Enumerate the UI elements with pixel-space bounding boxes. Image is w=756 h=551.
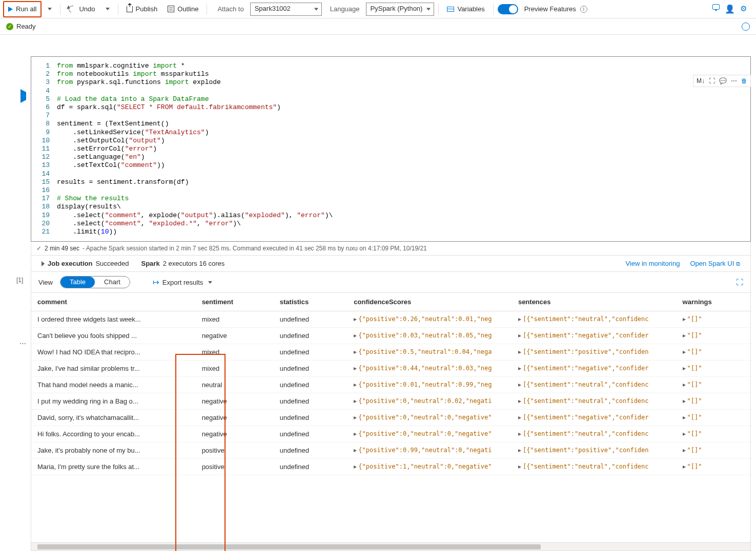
cell-confidence[interactable]: {"positive":0.26,"neutral":0.01,"neg [348,311,512,328]
view-in-monitoring-link[interactable]: View in monitoring [625,260,680,267]
settings-icon[interactable]: ⚙ [740,4,747,14]
table-row[interactable]: Hi folks. According to your encab...nega… [31,426,750,442]
cell-warnings[interactable]: "[]" [677,393,750,410]
open-spark-ui-link[interactable]: Open Spark UI ⧉ [690,260,740,267]
table-row[interactable]: Maria, I'm pretty sure the folks at...po… [31,459,750,475]
cell-warnings[interactable]: "[]" [677,426,750,442]
cell-warnings[interactable]: "[]" [677,361,750,377]
col-sentences[interactable]: sentences [512,293,677,311]
cell-sentences[interactable]: [{"sentiment":"neutral","confidenc [512,393,677,410]
cell-actions-bar: M↓ ⛶ 💬 ⋯ 🗑 [693,75,751,87]
cell-comment: Hi folks. According to your encab... [31,426,196,442]
chevron-right-icon[interactable] [42,261,45,266]
view-table-tab[interactable]: Table [60,277,95,288]
run-all-button[interactable]: Run all [4,2,40,16]
separator [438,4,439,15]
view-chart-tab[interactable]: Chart [95,277,130,288]
cell-confidence[interactable]: {"positive":0.03,"neutral":0.05,"neg [348,328,512,344]
status-bar: ✓ Ready [0,18,756,35]
cell-warnings[interactable]: "[]" [677,442,750,459]
cell-confidence[interactable]: {"positive":0,"neutral":0,"negative" [348,410,512,426]
cell-expand-icon[interactable]: ⛶ [709,77,715,84]
cell-warnings[interactable]: "[]" [677,311,750,328]
cell-confidence[interactable]: {"positive":0.01,"neutral":0.99,"neg [348,377,512,393]
cell-warnings[interactable]: "[]" [677,459,750,475]
horizontal-scrollbar[interactable] [31,543,751,551]
info-icon[interactable]: i [580,6,587,13]
table-row[interactable]: That hand model needs a manic...neutralu… [31,377,750,393]
execution-status-bar: ✓ 2 min 49 sec - Apache Spark session st… [31,242,751,256]
external-link-icon: ⧉ [736,261,740,267]
table-row[interactable]: Jake, it's probably none of my bu...posi… [31,442,750,459]
code-content[interactable]: from mmlspark.cognitive import * from no… [57,62,750,236]
job-links: View in monitoring Open Spark UI ⧉ [625,260,740,267]
cell-statistics: undefined [274,328,348,344]
col-confidence[interactable]: confidenceScores [348,293,512,311]
cell-confidence[interactable]: {"positive":0.44,"neutral":0.03,"neg [348,361,512,377]
cell-sentences[interactable]: [{"sentiment":"neutral","confidenc [512,311,677,328]
cell-sentiment: negative [196,426,274,442]
cell-confidence[interactable]: {"positive":1,"neutral":0,"negative" [348,459,512,475]
export-results-button[interactable]: ↦ Export results [153,278,212,287]
exec-detail: - Apache Spark session started in 2 min … [83,245,427,252]
cell-confidence[interactable]: {"positive":0.5,"neutral":0.04,"nega [348,344,512,361]
cell-warnings[interactable]: "[]" [677,377,750,393]
run-cell-button[interactable] [21,92,26,100]
cell-sentences[interactable]: [{"sentiment":"negative","confider [512,361,677,377]
cell-sentences[interactable]: [{"sentiment":"negative","confider [512,410,677,426]
variables-button[interactable]: Variables [443,2,488,16]
comment-icon[interactable] [712,4,720,10]
col-sentiment[interactable]: sentiment [196,293,274,311]
markdown-convert-icon[interactable]: M↓ [697,77,705,84]
cell-statistics: undefined [274,442,348,459]
cell-sentiment: mixed [196,344,274,361]
cell-confidence[interactable]: {"positive":0.99,"neutral":0,"negati [348,442,512,459]
spark-label: Spark [141,260,159,267]
col-statistics[interactable]: statistics [274,293,348,311]
cell-sentences[interactable]: [{"sentiment":"neutral","confidenc [512,377,677,393]
spark-detail: 2 executors 16 cores [163,260,225,267]
cell-confidence[interactable]: {"positive":0,"neutral":0.02,"negati [348,393,512,410]
cell-sentences[interactable]: [{"sentiment":"neutral","confidenc [512,459,677,475]
notebook-workspace: M↓ ⛶ 💬 ⋯ 🗑 [1] ⋯ 12345678910111213141516… [0,35,756,551]
table-row[interactable]: I ordered three widgets last week...mixe… [31,311,750,328]
job-execution-label: Job execution [48,260,92,267]
target-icon[interactable] [742,23,750,31]
undo-button[interactable]: Undo [65,2,99,16]
table-row[interactable]: David, sorry, it's whatchamacallit...neg… [31,410,750,426]
language-select[interactable]: PySpark (Python) [366,3,435,16]
cell-warnings[interactable]: "[]" [677,410,750,426]
publish-button[interactable]: Publish [122,2,162,16]
code-cell[interactable]: 123456789101112131415161718192021 from m… [31,56,751,242]
cell-sentences[interactable]: [{"sentiment":"neutral","confidenc [512,426,677,442]
cell-sentences[interactable]: [{"sentiment":"positive","confiden [512,344,677,361]
cell-sentences[interactable]: [{"sentiment":"positive","confiden [512,442,677,459]
cell-comment: I put my wedding ring in a Bag o... [31,393,196,410]
cell-confidence[interactable]: {"positive":0,"neutral":0,"negative" [348,426,512,442]
cell-statistics: undefined [274,393,348,410]
preview-features-toggle[interactable] [498,4,518,14]
cell-sentences[interactable]: [{"sentiment":"negative","confider [512,328,677,344]
cell-more-icon[interactable]: ⋯ [731,77,737,84]
cell-delete-icon[interactable]: 🗑 [741,77,747,84]
maximize-results-icon[interactable]: ⛶ [736,278,743,286]
run-menu-chevron[interactable] [44,2,56,16]
outline-button[interactable]: Outline [164,2,202,16]
col-comment[interactable]: comment [31,293,196,311]
table-row[interactable]: Jake, I've had similar problems tr...mix… [31,361,750,377]
col-warnings[interactable]: warnings [677,293,750,311]
chevron-down-icon [208,281,212,284]
table-row[interactable]: Wow! I had NO IDEA that recipro...mixedu… [31,344,750,361]
cell-comment-icon[interactable]: 💬 [719,77,727,84]
table-row[interactable]: Can't believe you fools shipped ...negat… [31,328,750,344]
cell-warnings[interactable]: "[]" [677,344,750,361]
undo-menu-chevron[interactable] [101,2,114,16]
scrollbar-thumb[interactable] [37,544,541,549]
person-icon[interactable]: 👤 [725,4,735,14]
cell-wrap: 123456789101112131415161718192021 from m… [31,56,751,551]
table-row[interactable]: I put my wedding ring in a Bag o...negat… [31,393,750,410]
cell-overflow-icon[interactable]: ⋯ [19,340,27,347]
attach-to-select[interactable]: Spark31002 [250,3,322,16]
cell-warnings[interactable]: "[]" [677,328,750,344]
cell-comment: Maria, I'm pretty sure the folks at... [31,459,196,475]
